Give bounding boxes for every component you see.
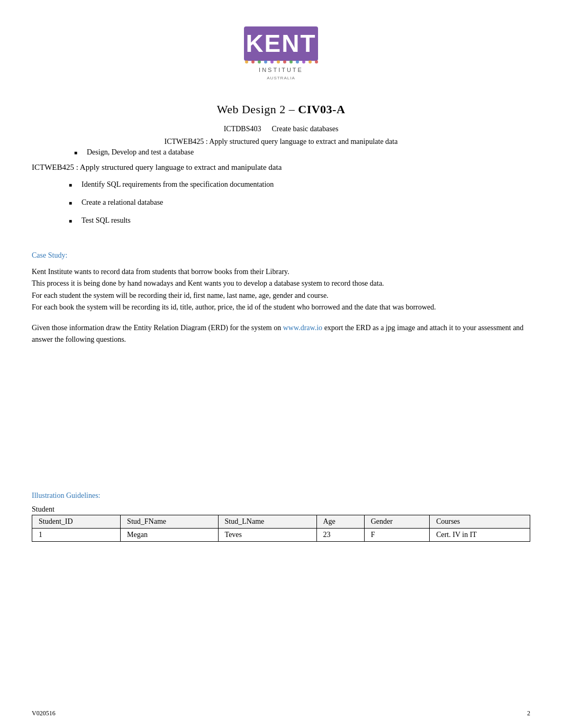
table-header-row: Student_ID Stud_FName Stud_LName Age Gen… bbox=[32, 515, 530, 529]
svg-point-7 bbox=[264, 60, 267, 63]
bullet-text-2: Create a relational database bbox=[81, 198, 163, 207]
draw-io-link[interactable]: www.draw.io bbox=[283, 324, 324, 332]
student-table: Student_ID Stud_FName Stud_LName Age Gen… bbox=[32, 515, 530, 542]
unit-code: ICTDBS403 bbox=[224, 125, 261, 133]
unit-name: Create basic databases bbox=[271, 125, 338, 133]
svg-point-14 bbox=[309, 60, 312, 63]
col-courses: Courses bbox=[430, 515, 530, 529]
bullet-item-3: ■ Test SQL results bbox=[69, 216, 530, 225]
cs-para4: For each book the system will be recordi… bbox=[32, 302, 530, 313]
table-entity-name: Student bbox=[32, 505, 530, 514]
page-footer: V020516 2 bbox=[32, 709, 530, 717]
erd-instruction: Given those information draw the Entity … bbox=[32, 322, 530, 346]
bullet-icon-2: ■ bbox=[69, 200, 75, 206]
page: KENT INSTITUTE AUSTRALIA bbox=[0, 0, 562, 728]
page-title: Web Design 2 – CIV03-A bbox=[32, 103, 530, 116]
svg-point-5 bbox=[251, 60, 255, 63]
main-section-title-text: ICTWEB425 : Apply structured query langu… bbox=[32, 163, 282, 171]
svg-point-4 bbox=[245, 60, 248, 63]
title-separator: – bbox=[289, 103, 295, 116]
svg-point-13 bbox=[302, 60, 305, 63]
entity-name-text: Student bbox=[32, 505, 55, 513]
footer-version: V020516 bbox=[32, 709, 56, 717]
ictweb-line-text: ICTWEB425 : Apply structured query langu… bbox=[165, 138, 398, 145]
spacer bbox=[32, 354, 530, 492]
svg-point-11 bbox=[289, 60, 293, 63]
svg-point-8 bbox=[270, 60, 274, 63]
illustration-label-text: Illustration Guidelines: bbox=[32, 492, 100, 499]
svg-point-9 bbox=[277, 60, 280, 63]
case-study-label: Case Study: bbox=[32, 251, 530, 260]
col-age: Age bbox=[316, 515, 364, 529]
col-stud-fname: Stud_FName bbox=[121, 515, 218, 529]
svg-text:AUSTRALIA: AUSTRALIA bbox=[267, 76, 295, 80]
svg-text:INSTITUTE: INSTITUTE bbox=[259, 67, 303, 73]
cell-courses: Cert. IV in IT bbox=[430, 529, 530, 542]
cs-para2: This process it is being done by hand no… bbox=[32, 278, 530, 289]
cell-student-id: 1 bbox=[32, 529, 121, 542]
table-row: 1 Megan Teves 23 F Cert. IV in IT bbox=[32, 529, 530, 542]
logo-section: KENT INSTITUTE AUSTRALIA bbox=[32, 21, 530, 87]
bullet-icon-1: ■ bbox=[69, 182, 75, 188]
main-section-title: ICTWEB425 : Apply structured query langu… bbox=[32, 163, 530, 172]
sub-bullet-item: ■ Design, Develop and test a database bbox=[74, 148, 530, 157]
col-stud-lname: Stud_LName bbox=[218, 515, 316, 529]
cell-lname: Teves bbox=[218, 529, 316, 542]
table-section: Student Student_ID Stud_FName Stud_LName… bbox=[32, 505, 530, 542]
ictdbs-line: ICTDBS403 Create basic databases bbox=[32, 125, 530, 133]
svg-point-12 bbox=[296, 60, 299, 63]
bullet-text-1: Identify SQL requirements from the speci… bbox=[81, 180, 274, 189]
draw-io-link-text: www.draw.io bbox=[283, 324, 322, 332]
case-study-text: Kent Institute wants to record data from… bbox=[32, 266, 530, 314]
svg-point-15 bbox=[315, 60, 318, 63]
svg-text:KENT: KENT bbox=[246, 30, 316, 57]
case-study-label-text: Case Study: bbox=[32, 251, 67, 259]
footer-page-number: 2 bbox=[527, 709, 530, 717]
col-student-id: Student_ID bbox=[32, 515, 121, 529]
col-gender: Gender bbox=[364, 515, 430, 529]
cell-fname: Megan bbox=[121, 529, 218, 542]
bullet-text-3: Test SQL results bbox=[81, 216, 131, 225]
bullet-item-2: ■ Create a relational database bbox=[69, 198, 530, 207]
bullet-list: ■ Identify SQL requirements from the spe… bbox=[48, 180, 530, 225]
cs-para3: For each student the system will be reco… bbox=[32, 290, 530, 302]
ictweb-centered: ICTWEB425 : Apply structured query langu… bbox=[32, 138, 530, 146]
sub-bullet-text: Design, Develop and test a database bbox=[87, 148, 194, 157]
svg-point-6 bbox=[258, 60, 261, 63]
bullet-icon: ■ bbox=[74, 150, 80, 156]
bullet-item-1: ■ Identify SQL requirements from the spe… bbox=[69, 180, 530, 189]
svg-point-10 bbox=[283, 60, 286, 63]
title-code: CIV03-A bbox=[298, 103, 345, 116]
kent-logo: KENT INSTITUTE AUSTRALIA bbox=[233, 21, 329, 85]
cell-age: 23 bbox=[316, 529, 364, 542]
illustration-label: Illustration Guidelines: bbox=[32, 492, 530, 500]
title-main: Web Design 2 bbox=[217, 103, 286, 116]
erd-text-before: Given those information draw the Entity … bbox=[32, 324, 281, 332]
cell-gender: F bbox=[364, 529, 430, 542]
bullet-icon-3: ■ bbox=[69, 218, 75, 224]
cs-para1: Kent Institute wants to record data from… bbox=[32, 266, 530, 278]
